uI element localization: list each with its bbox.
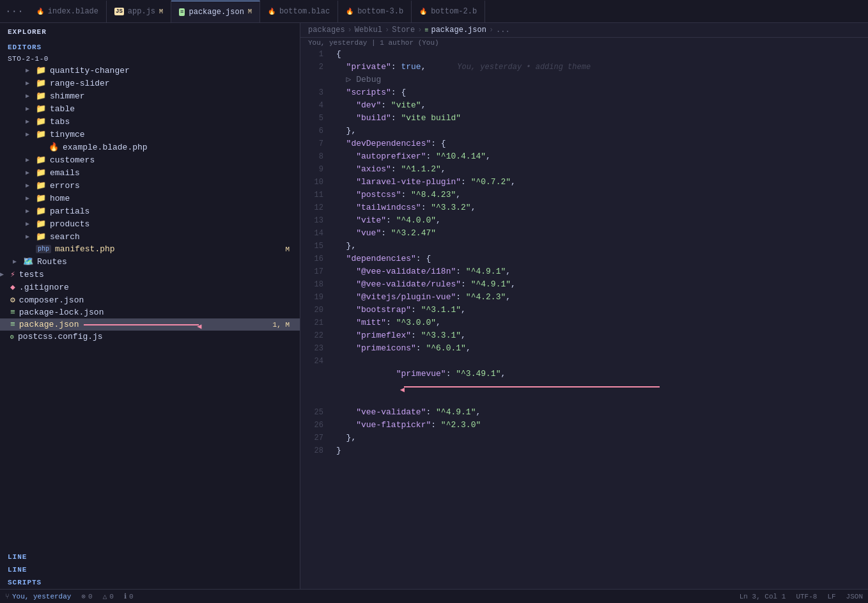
line-content-22: "primeflex": "^3.3.1",: [334, 329, 868, 342]
line-num-25: 25: [303, 406, 334, 419]
line-content-11: "postcss": "^8.4.23",: [334, 189, 868, 201]
code-line-20: 20 "bootstrap": "^3.1.1",: [300, 304, 868, 317]
code-line-23: 23 "primeicons": "^6.0.1",: [300, 342, 868, 355]
code-line-28: 28 }: [300, 444, 868, 457]
breadcrumb-dots: ...: [496, 26, 510, 35]
folder-icon: 📁: [36, 168, 46, 178]
routes-icon: 🗺️: [23, 256, 33, 267]
encoding[interactable]: UTF-8: [796, 593, 817, 600]
line-num-4: 4: [303, 99, 334, 112]
line-num-3: 3: [303, 86, 334, 99]
line-content-19: "@vitejs/plugin-vue": "^4.2.3",: [334, 291, 868, 304]
sidebar-item-range-slider[interactable]: ▶ 📁 range-slider: [0, 77, 300, 90]
code-line-25: 25 "vee-validate": "^4.9.1",: [300, 406, 868, 419]
sidebar-item-package-lock[interactable]: ▶ ≡ package-lock.json: [0, 306, 300, 318]
chevron-right-icon: ▶: [26, 169, 36, 176]
subsection-label: STO-2-1-0: [0, 54, 300, 64]
outline-section: LINE: [0, 551, 300, 563]
line-num-9: 9: [303, 163, 334, 176]
sidebar-item-tinymce[interactable]: ▶ 📁 tinymce: [0, 128, 300, 141]
modified-badge-active: M: [248, 8, 252, 15]
line-content-14: "vue": "^3.2.47": [334, 227, 868, 240]
sidebar-item-composer[interactable]: ▶ ⚙️ composer.json: [0, 294, 300, 306]
sidebar-item-example-blade[interactable]: ▶ 🔥 example.blade.php: [0, 141, 300, 153]
breadcrumb-store: Store: [392, 26, 415, 35]
code-line-3: 3 "scripts": {: [300, 86, 868, 99]
code-line-5: 5 "build": "vite build": [300, 112, 868, 125]
info-icon: ℹ: [124, 592, 127, 600]
chevron-right-icon: ▶: [26, 233, 36, 240]
explorer-header: EXPLORER: [0, 23, 300, 41]
sidebar-item-routes[interactable]: ▶ 🗺️ Routes: [0, 255, 300, 268]
chevron-right-icon: ▶: [26, 182, 36, 189]
tab-bar: ··· 🔥 index.blade JS app.js M ≡ package.…: [0, 0, 868, 23]
blade-file-icon: 🔥: [49, 142, 59, 152]
tab-bottom-blade[interactable]: 🔥 bottom.blac: [260, 1, 338, 22]
errors-count[interactable]: ⊗ 0: [81, 592, 92, 600]
chevron-right-icon: ▶: [26, 92, 36, 100]
git-branch: ⑂ You, yesterday: [5, 593, 71, 600]
git-icon: ⑂: [5, 593, 10, 600]
tab-index-blade[interactable]: 🔥 index.blade: [29, 1, 107, 22]
sidebar-item-shimmer[interactable]: ▶ 📁 shimmer: [0, 90, 300, 102]
sidebar-item-customers[interactable]: ▶ 📁 customers: [0, 153, 300, 166]
line-content-16: "dependencies": {: [334, 253, 868, 265]
sidebar-item-home[interactable]: ▶ 📁 home: [0, 192, 300, 205]
code-line-4: 4 "dev": "vite",: [300, 99, 868, 112]
modified-badge: M: [159, 8, 163, 15]
warnings-count[interactable]: △ 0: [103, 592, 114, 600]
postcss-icon: ⚙: [10, 333, 14, 341]
sidebar-item-postcss[interactable]: ▶ ⚙ postcss.config.js: [0, 331, 300, 343]
chevron-right-icon: ▶: [26, 67, 36, 74]
composer-icon: ⚙️: [10, 295, 15, 305]
code-line-12: 12 "tailwindcss": "^3.3.2",: [300, 201, 868, 214]
sidebar-item-gitignore[interactable]: ▶ ◆ .gitignore: [0, 281, 300, 294]
line-content-20: "bootstrap": "^3.1.1",: [334, 304, 868, 317]
sidebar-item-table[interactable]: ▶ 📁 table: [0, 102, 300, 115]
tab-bottom-3[interactable]: 🔥 bottom-3.b: [338, 1, 412, 22]
code-line-8: 8 "autoprefixer": "^10.4.14",: [300, 150, 868, 163]
tab-bottom-2[interactable]: 🔥 bottom-2.b: [412, 1, 485, 22]
chevron-right-icon: ▶: [26, 194, 36, 202]
sidebar-item-products[interactable]: ▶ 📁 products: [0, 217, 300, 230]
code-line-18: 18 "@vee-validate/rules": "^4.9.1",: [300, 278, 868, 291]
chevron-right-icon: ▶: [26, 130, 36, 138]
sidebar-item-emails[interactable]: ▶ 📁 emails: [0, 166, 300, 179]
sidebar-item-tabs[interactable]: ▶ 📁 tabs: [0, 115, 300, 128]
sidebar-item-tests[interactable]: ▶ ⚡ tests: [0, 268, 300, 281]
chevron-right-icon: ▶: [0, 270, 10, 278]
editor-area: packages › Webkul › Store › ≡ package.js…: [300, 23, 868, 589]
language-mode[interactable]: JSON: [846, 593, 863, 600]
line-num-2: 2: [303, 61, 334, 74]
sidebar-item-errors[interactable]: ▶ 📁 errors: [0, 179, 300, 192]
folder-icon: 📁: [36, 116, 46, 127]
sidebar-item-manifest[interactable]: ▶ php manifest.php M: [0, 243, 300, 255]
sidebar-item-package-json[interactable]: ▶ ≡ package.json ◀ 1, M: [0, 318, 300, 331]
info-count[interactable]: ℹ 0: [124, 592, 134, 600]
sidebar-item-partials[interactable]: ▶ 📁 partials: [0, 205, 300, 217]
line-content-2: "private": true, You, yesterday • adding…: [334, 61, 868, 74]
eol[interactable]: LF: [827, 593, 835, 600]
folder-icon: 📁: [36, 231, 46, 242]
branch-label: You, yesterday: [12, 593, 71, 600]
chevron-right-icon: ▶: [26, 79, 36, 87]
scripts-section: SCRIPTS: [0, 576, 300, 589]
code-editor[interactable]: 1 { 2 "private": true, You, yesterday • …: [300, 48, 868, 589]
sidebar-item-search[interactable]: ▶ 📁 search: [0, 230, 300, 243]
line-content-15: },: [334, 240, 868, 253]
code-line-6: 6 },: [300, 125, 868, 137]
sidebar-item-quantity-changer[interactable]: ▶ 📁 quantity-changer: [0, 64, 300, 77]
json-active-icon: ≡: [10, 320, 15, 329]
arrow-head-icon: ◀: [197, 322, 201, 331]
folder-icon: 📁: [36, 193, 46, 203]
line-num-18: 18: [303, 278, 334, 291]
line-content-1: {: [334, 48, 868, 61]
more-options-icon[interactable]: ···: [0, 6, 29, 17]
breadcrumb-file: package.json: [431, 26, 486, 35]
folder-icon: 📁: [36, 155, 46, 165]
red-arrow-sidebar: ◀: [84, 324, 199, 325]
tab-app-js[interactable]: JS app.js M: [107, 1, 171, 22]
line-content-10: "laravel-vite-plugin": "^0.7.2",: [334, 176, 868, 189]
code-line-24: 24 "primevue": "^3.49.1", ◀: [300, 355, 868, 406]
tab-package-json[interactable]: ≡ package.json M: [171, 1, 260, 22]
